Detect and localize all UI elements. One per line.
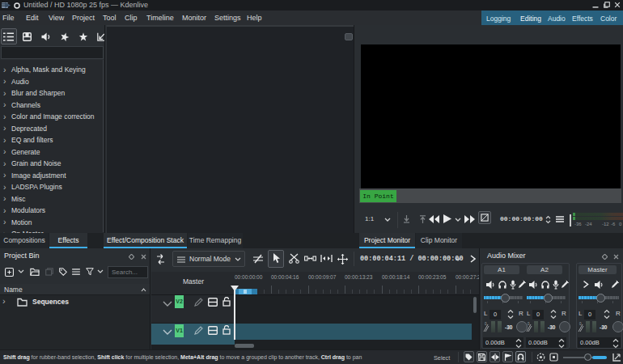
svg-text:0: 0 bbox=[485, 322, 487, 326]
svg-text:0: 0 bbox=[528, 322, 530, 326]
svg-text:0: 0 bbox=[579, 322, 582, 326]
